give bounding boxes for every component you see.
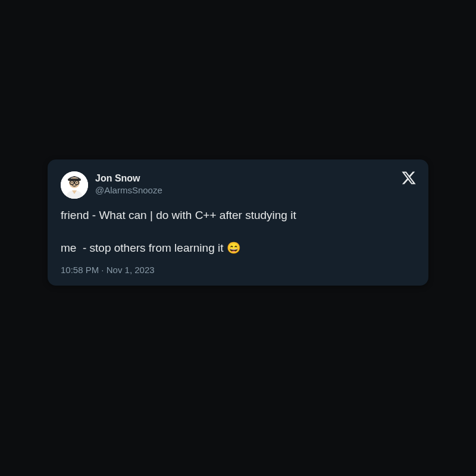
handle: @AlarmsSnooze bbox=[95, 185, 162, 196]
svg-rect-2 bbox=[68, 178, 81, 181]
svg-point-6 bbox=[71, 182, 73, 183]
x-logo-icon bbox=[401, 170, 416, 186]
tweet-timestamp: 10:58 PM · Nov 1, 2023 bbox=[61, 265, 415, 275]
tweet-card[interactable]: Jon Snow @AlarmsSnooze friend - What can… bbox=[48, 159, 428, 286]
tweet-header: Jon Snow @AlarmsSnooze bbox=[61, 171, 415, 199]
avatar[interactable] bbox=[61, 171, 88, 199]
display-name: Jon Snow bbox=[95, 173, 162, 184]
author-block[interactable]: Jon Snow @AlarmsSnooze bbox=[95, 171, 162, 196]
tweet-text: friend - What can | do with C++ after st… bbox=[61, 207, 415, 256]
svg-point-7 bbox=[76, 182, 77, 183]
